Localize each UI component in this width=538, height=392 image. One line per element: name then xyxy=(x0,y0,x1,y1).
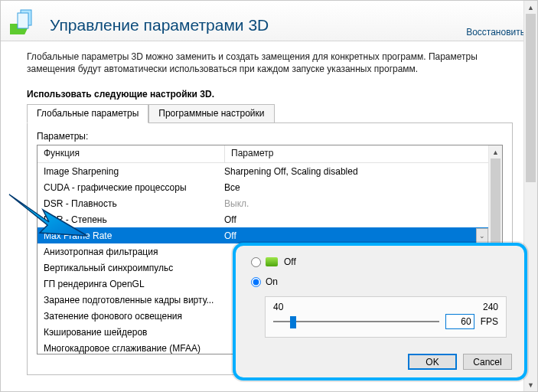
restore-defaults-link[interactable]: Восстановить xyxy=(466,27,525,41)
page-title: Управление параметрами 3D xyxy=(50,16,466,41)
row-function-cell: Image Sharpening xyxy=(37,166,218,177)
row-function-cell: Max Frame Rate xyxy=(37,230,218,241)
row-function-cell: CUDA - графические процессоры xyxy=(37,182,218,193)
nvidia-control-panel-window: ▲ ▼ Управление параметрами 3D Восстанови… xyxy=(0,0,538,392)
row-function-cell: Затенение фонового освещения xyxy=(37,311,218,322)
row-function-cell: Анизотропная фильтрация xyxy=(37,247,218,257)
scrollbar-up-icon[interactable]: ▲ xyxy=(524,1,537,14)
ok-button[interactable]: OK xyxy=(408,354,457,370)
svg-rect-2 xyxy=(18,13,28,28)
scrollbar-thumb[interactable] xyxy=(526,14,536,182)
tab-global-settings[interactable]: Глобальные параметры xyxy=(27,104,148,123)
row-value-cell: Выкл. xyxy=(218,198,502,209)
column-header-function[interactable]: Функция xyxy=(37,145,225,162)
fps-unit-label: FPS xyxy=(481,316,498,327)
fps-slider[interactable] xyxy=(273,315,439,328)
row-function-cell: Кэширование шейдеров xyxy=(37,327,218,338)
row-value-cell: Off xyxy=(218,230,502,241)
chevron-down-icon[interactable]: ⌄ xyxy=(476,228,488,243)
radio-on-label: On xyxy=(266,276,278,287)
slider-min-label: 40 xyxy=(273,302,283,312)
cancel-button[interactable]: Cancel xyxy=(463,354,512,370)
row-function-cell: DSR - Плавность xyxy=(37,198,218,209)
row-value-cell: Sharpening Off, Scaling disabled xyxy=(218,166,502,177)
radio-on-row[interactable]: On xyxy=(251,276,512,287)
row-function-cell: DSR - Степень xyxy=(37,214,218,225)
row-value-cell: Off xyxy=(218,214,502,225)
radio-off[interactable] xyxy=(251,257,261,267)
row-value-cell: Все xyxy=(218,182,502,193)
column-header-value[interactable]: Параметр xyxy=(225,145,502,162)
intro-text: Глобальные параметры 3D можно заменить и… xyxy=(27,51,513,75)
fps-slider-panel: 40 240 FPS xyxy=(265,296,507,338)
tab-program-settings[interactable]: Программные настройки xyxy=(148,104,274,123)
params-header: Функция Параметр xyxy=(37,145,502,163)
radio-on[interactable] xyxy=(251,277,261,287)
page-header: Управление параметрами 3D Восстановить xyxy=(1,1,537,41)
slider-max-label: 240 xyxy=(483,302,498,312)
scrollbar-down-icon[interactable]: ▼ xyxy=(524,378,537,391)
table-row[interactable]: Image SharpeningSharpening Off, Scaling … xyxy=(37,163,502,179)
scrollbar-up-icon[interactable]: ▲ xyxy=(489,145,502,158)
fps-input[interactable] xyxy=(445,314,474,329)
max-frame-rate-popup: Off On 40 240 FPS OK Cancel xyxy=(233,243,527,381)
params-label: Параметры: xyxy=(37,131,503,142)
radio-off-row[interactable]: Off xyxy=(251,256,512,267)
row-function-cell: Многокадровое сглаживание (MFAA) xyxy=(37,343,218,354)
table-row[interactable]: DSR - СтепеньOff xyxy=(37,211,502,227)
row-function-cell: Вертикальный синхроимпульс xyxy=(37,263,218,273)
row-function-cell: ГП рендеринга OpenGL xyxy=(37,279,218,289)
table-row[interactable]: CUDA - графические процессорыВсе xyxy=(37,179,502,195)
table-row[interactable]: DSR - ПлавностьВыкл. xyxy=(37,195,502,211)
radio-off-label: Off xyxy=(284,256,296,267)
fps-slider-thumb[interactable] xyxy=(290,316,296,328)
settings-tabstrip: Глобальные параметры Программные настрой… xyxy=(27,104,513,123)
nvidia-chip-icon xyxy=(266,257,278,266)
3d-settings-icon xyxy=(10,7,41,38)
section-title: Использовать следующие настройки 3D. xyxy=(27,89,513,100)
table-row[interactable]: Max Frame RateOff⌄ xyxy=(37,227,502,243)
row-function-cell: Заранее подготовленные кадры вирту... xyxy=(37,295,218,305)
